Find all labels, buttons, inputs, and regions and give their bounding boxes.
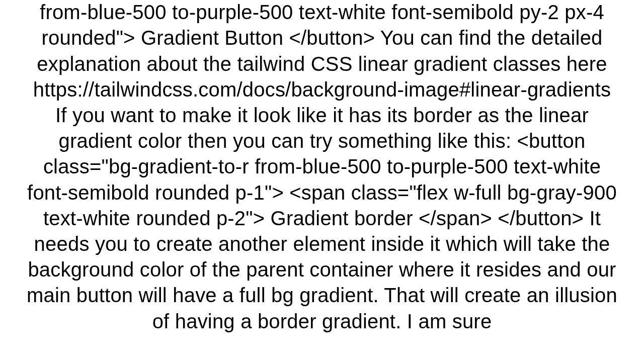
- document-viewport: from-blue-500 to-purple-500 text-white f…: [0, 0, 644, 362]
- document-body-text: from-blue-500 to-purple-500 text-white f…: [25, 0, 619, 334]
